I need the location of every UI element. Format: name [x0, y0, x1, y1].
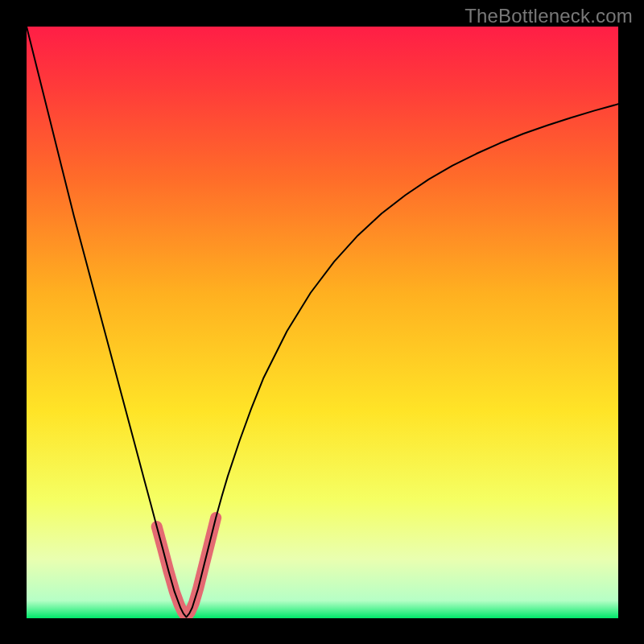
bottleneck-curve-plot: [0, 0, 644, 644]
chart-frame: TheBottleneck.com: [0, 0, 644, 644]
watermark-text: TheBottleneck.com: [464, 5, 633, 27]
gradient-background: [27, 27, 618, 618]
